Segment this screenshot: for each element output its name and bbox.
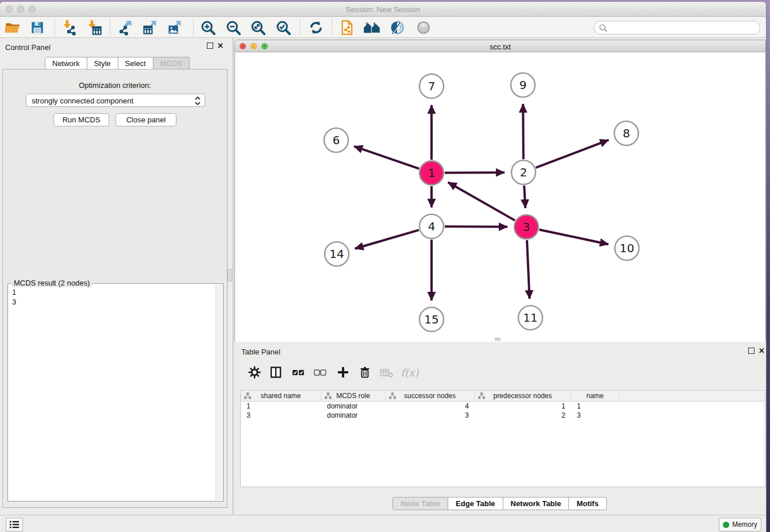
graph-node-label-1: 1 — [428, 166, 436, 180]
graph-node-label-4: 4 — [428, 219, 436, 233]
graph-edge-1-2[interactable] — [445, 172, 505, 173]
zoom-fit-icon[interactable] — [250, 20, 266, 36]
graph-edge-4-14[interactable] — [355, 230, 419, 248]
optimization-criterion-label: Optimization criterion: — [3, 81, 227, 90]
mcds-result-box: MCDS result (2 nodes) 1 3 — [7, 283, 224, 502]
vizmapper-icon[interactable] — [389, 20, 405, 36]
trash-icon[interactable] — [358, 365, 372, 379]
status-bar: Memory — [0, 515, 766, 532]
save-icon[interactable] — [30, 20, 45, 35]
column-header-successor-nodes[interactable]: successor nodes — [386, 391, 475, 402]
tab-style[interactable]: Style — [87, 57, 118, 70]
graph-edge-3-1[interactable] — [448, 182, 515, 220]
mcds-result-line: 1 — [12, 287, 216, 297]
table-tabs: Node Table Edge Table Network Table Moti… — [392, 497, 607, 510]
graph-node-label-7: 7 — [428, 79, 436, 93]
open-folder-icon[interactable] — [5, 20, 21, 35]
select-all-icon[interactable] — [291, 365, 306, 379]
toolbar-separator — [300, 20, 301, 36]
network-resize-grip[interactable] — [495, 338, 500, 341]
network-title: scc.txt — [235, 43, 765, 51]
tab-network[interactable]: Network — [45, 57, 87, 70]
hierarchy-icon — [478, 392, 486, 400]
graph-node-label-15: 15 — [424, 313, 438, 326]
graph-edge-4-3[interactable] — [445, 226, 507, 227]
import-network-icon[interactable] — [61, 20, 78, 36]
table-float-icon[interactable] — [748, 348, 754, 354]
task-history-button[interactable] — [6, 518, 23, 531]
close-panel-icon[interactable]: ✕ — [217, 41, 224, 50]
network-view-window: × − + scc.txt 7968124314101511 — [234, 40, 766, 342]
memory-status-icon — [723, 522, 729, 528]
hierarchy-icon — [324, 392, 332, 400]
close-panel-button[interactable]: Close panel — [116, 113, 176, 126]
tab-network-table[interactable]: Network Table — [503, 497, 569, 510]
gear-icon[interactable] — [248, 365, 261, 379]
document-share-icon[interactable] — [339, 20, 355, 36]
graph-edge-2-3[interactable] — [524, 186, 525, 208]
main-toolbar — [0, 17, 766, 38]
toolbar-separator — [110, 20, 110, 36]
window-title: Session: New Session — [0, 5, 766, 14]
network-graph[interactable]: 7968124314101511 — [235, 52, 765, 342]
network-title-bar: × − + scc.txt — [235, 40, 765, 52]
home-icon[interactable] — [363, 20, 380, 35]
graph-edge-2-8[interactable] — [536, 140, 609, 168]
column-header-predecessor-nodes[interactable]: predecessor nodes — [475, 391, 571, 402]
hierarchy-icon — [388, 392, 396, 400]
mcds-result-line: 3 — [12, 297, 216, 307]
select-stepper-icon — [194, 96, 201, 106]
delete-table-icon[interactable] — [379, 365, 394, 379]
graph-node-label-2: 2 — [520, 165, 528, 179]
graph-node-label-8: 8 — [623, 126, 630, 140]
memory-button[interactable]: Memory — [719, 518, 761, 531]
table-row[interactable]: 1 dominator 4 1 1 — [241, 402, 765, 411]
graph-edge-2-9[interactable] — [523, 104, 523, 159]
graph-node-label-9: 9 — [519, 78, 527, 92]
refresh-icon[interactable] — [308, 20, 324, 36]
mcds-result-text[interactable]: 1 3 — [8, 285, 216, 500]
tab-edge-table[interactable]: Edge Table — [448, 497, 503, 510]
tab-motifs[interactable]: Motifs — [569, 497, 606, 510]
zoom-out-icon[interactable] — [225, 20, 241, 36]
panel-splitter-handle[interactable] — [228, 269, 232, 282]
function-builder-icon[interactable]: f(x) — [401, 367, 419, 379]
column-header-name[interactable]: name — [571, 391, 619, 402]
search-box — [594, 21, 760, 34]
columns-icon[interactable] — [269, 365, 283, 379]
export-image-icon[interactable] — [167, 20, 183, 36]
toolbar-separator — [193, 20, 194, 36]
column-header-shared-name[interactable]: shared name — [241, 391, 321, 402]
mcds-panel: Optimization criterion: strongly connect… — [2, 69, 228, 508]
graph-node-label-10: 10 — [619, 241, 634, 255]
zoom-in-icon[interactable] — [200, 20, 216, 36]
deselect-all-icon[interactable] — [313, 365, 328, 379]
mcds-result-scrollbar[interactable] — [215, 284, 222, 500]
search-input[interactable] — [610, 22, 754, 33]
tab-select[interactable]: Select — [118, 57, 153, 70]
table-header-row: shared name MCDS role successor nodes pr… — [241, 391, 765, 402]
panel-divider — [233, 38, 233, 515]
table-panel-title: Table Panel — [241, 348, 280, 356]
criterion-select[interactable]: strongly connected component — [26, 94, 205, 107]
sphere-icon[interactable] — [415, 20, 432, 36]
table-close-icon[interactable]: ✕ — [759, 346, 765, 355]
graph-edge-1-6[interactable] — [354, 147, 419, 169]
export-table-icon[interactable] — [142, 20, 158, 36]
add-column-icon[interactable] — [336, 365, 350, 379]
column-header-mcds-role[interactable]: MCDS role — [321, 391, 386, 402]
tab-node-table[interactable]: Node Table — [392, 497, 448, 510]
graph-edge-3-10[interactable] — [540, 230, 609, 244]
graph-edge-3-11[interactable] — [527, 240, 530, 299]
import-table-icon[interactable] — [86, 20, 102, 36]
table-row[interactable]: 3 dominator 3 2 3 — [241, 411, 765, 420]
graph-node-label-6: 6 — [333, 133, 340, 147]
tab-mcds[interactable]: MCDS — [153, 57, 190, 70]
export-network-icon[interactable] — [117, 20, 133, 36]
float-panel-icon[interactable] — [207, 43, 213, 49]
run-mcds-button[interactable]: Run MCDS — [53, 113, 109, 126]
zoom-selected-icon[interactable] — [275, 20, 291, 36]
list-icon — [9, 519, 20, 530]
node-table: shared name MCDS role successor nodes pr… — [240, 390, 765, 487]
table-panel: Table Panel ✕ — [234, 344, 766, 515]
